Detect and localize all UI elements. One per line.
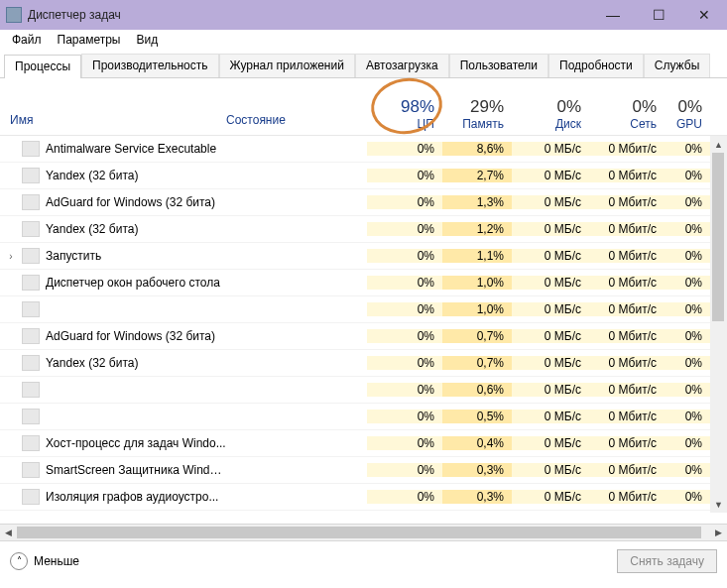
cell-mem: 1,3%	[442, 195, 512, 209]
process-icon	[22, 301, 40, 317]
table-row[interactable]: Хост-процесс для задач Windo...0%0,4%0 М…	[0, 430, 727, 457]
cell-cpu: 0%	[367, 276, 442, 290]
scroll-down-icon[interactable]: ▼	[710, 496, 727, 513]
menu-file[interactable]: Файл	[4, 31, 50, 49]
process-icon	[22, 328, 40, 344]
table-row[interactable]: Yandex (32 бита)0%1,2%0 МБ/с0 Мбит/с0%	[0, 216, 727, 243]
header-memory[interactable]: 29% Память	[442, 98, 512, 135]
header-status[interactable]: Состояние	[226, 113, 367, 135]
cell-disk: 0 МБ/с	[512, 410, 589, 423]
tab-apphistory[interactable]: Журнал приложений	[219, 54, 355, 77]
table-row[interactable]: 0%1,0%0 МБ/с0 Мбит/с0%	[0, 296, 727, 323]
window-title: Диспетчер задач	[28, 8, 590, 22]
expand-icon[interactable]: ›	[0, 251, 22, 262]
process-name: AdGuard for Windows (32 бита)	[46, 195, 226, 209]
tab-details[interactable]: Подробности	[548, 54, 644, 77]
cell-disk: 0 МБ/с	[512, 276, 589, 290]
cell-net: 0 Мбит/с	[589, 169, 665, 182]
cell-mem: 1,1%	[442, 249, 512, 263]
menu-view[interactable]: Вид	[128, 31, 166, 49]
cell-disk: 0 МБ/с	[512, 169, 589, 182]
end-task-button[interactable]: Снять задачу	[617, 549, 717, 573]
cell-net: 0 Мбит/с	[589, 490, 665, 504]
table-row[interactable]: 0%0,5%0 МБ/с0 Мбит/с0%	[0, 404, 727, 430]
process-name: Диспетчер окон рабочего стола	[46, 276, 226, 290]
tab-users[interactable]: Пользователи	[449, 54, 548, 77]
mem-label: Память	[462, 117, 504, 131]
tab-startup[interactable]: Автозагрузка	[355, 54, 449, 77]
cell-gpu: 0%	[665, 195, 710, 209]
scroll-up-icon[interactable]: ▲	[710, 136, 727, 153]
cell-cpu: 0%	[367, 195, 442, 209]
cell-cpu: 0%	[367, 302, 442, 316]
cpu-label: ЦП	[417, 117, 434, 131]
process-icon	[22, 194, 40, 210]
cell-net: 0 Мбит/с	[589, 276, 665, 290]
cell-mem: 0,7%	[442, 329, 512, 343]
cell-disk: 0 МБ/с	[512, 436, 589, 450]
menu-options[interactable]: Параметры	[50, 31, 129, 49]
cell-net: 0 Мбит/с	[589, 329, 665, 343]
mem-percent: 29%	[470, 98, 504, 117]
cell-cpu: 0%	[367, 142, 442, 156]
table-row[interactable]: Yandex (32 бита)0%2,7%0 МБ/с0 Мбит/с0%	[0, 163, 727, 189]
header-name[interactable]: Имя	[0, 113, 226, 135]
process-name: Изоляция графов аудиоустро...	[46, 490, 226, 504]
table-row[interactable]: Изоляция графов аудиоустро...0%0,3%0 МБ/…	[0, 484, 727, 511]
cell-mem: 1,2%	[442, 222, 512, 236]
minimize-button[interactable]: —	[590, 0, 636, 30]
header-gpu[interactable]: 0% GPU	[665, 98, 710, 135]
horizontal-scrollbar[interactable]: ◀ ▶	[0, 524, 727, 540]
process-name: Yandex (32 бита)	[46, 169, 226, 182]
header-disk[interactable]: 0% Диск	[512, 98, 589, 135]
cell-cpu: 0%	[367, 490, 442, 504]
fewer-details-button[interactable]: ˄ Меньше	[10, 552, 79, 570]
cell-mem: 1,0%	[442, 302, 512, 316]
table-row[interactable]: ›Запустить0%1,1%0 МБ/с0 Мбит/с0%	[0, 243, 727, 270]
cell-net: 0 Мбит/с	[589, 302, 665, 316]
table-row[interactable]: Диспетчер окон рабочего стола0%1,0%0 МБ/…	[0, 270, 727, 296]
cell-cpu: 0%	[367, 169, 442, 182]
column-headers: Имя Состояние 98% ЦП 29% Память 0% Диск …	[0, 78, 727, 136]
maximize-button[interactable]: ☐	[636, 0, 681, 30]
scroll-left-icon[interactable]: ◀	[0, 525, 17, 540]
tab-performance[interactable]: Производительность	[81, 54, 218, 77]
cell-gpu: 0%	[665, 383, 710, 397]
header-cpu[interactable]: 98% ЦП	[367, 98, 442, 135]
footer: ˄ Меньше Снять задачу	[0, 540, 727, 580]
cell-disk: 0 МБ/с	[512, 329, 589, 343]
titlebar[interactable]: Диспетчер задач — ☐ ✕	[0, 0, 727, 30]
tabs: Процессы Производительность Журнал прило…	[0, 50, 727, 78]
cell-mem: 0,3%	[442, 463, 512, 477]
cell-mem: 2,7%	[442, 169, 512, 182]
table-row[interactable]: Antimalware Service Executable0%8,6%0 МБ…	[0, 136, 727, 163]
tab-services[interactable]: Службы	[644, 54, 710, 77]
cell-gpu: 0%	[665, 329, 710, 343]
close-button[interactable]: ✕	[681, 0, 727, 30]
scroll-right-icon[interactable]: ▶	[710, 525, 727, 540]
tab-processes[interactable]: Процессы	[4, 55, 81, 78]
vertical-scrollbar[interactable]: ▲ ▼	[710, 136, 727, 513]
scroll-thumb[interactable]	[712, 153, 724, 321]
cell-net: 0 Мбит/с	[589, 222, 665, 236]
cell-net: 0 Мбит/с	[589, 249, 665, 263]
table-row[interactable]: Yandex (32 бита)0%0,7%0 МБ/с0 Мбит/с0%	[0, 350, 727, 377]
table-row[interactable]: AdGuard for Windows (32 бита)0%0,7%0 МБ/…	[0, 323, 727, 350]
cell-mem: 1,0%	[442, 276, 512, 290]
table-row[interactable]: 0%0,6%0 МБ/с0 Мбит/с0%	[0, 377, 727, 404]
cell-disk: 0 МБ/с	[512, 195, 589, 209]
table-row[interactable]: AdGuard for Windows (32 бита)0%1,3%0 МБ/…	[0, 189, 727, 216]
table-row[interactable]: SmartScreen Защитника Windo...0%0,3%0 МБ…	[0, 457, 727, 484]
cell-cpu: 0%	[367, 356, 442, 370]
process-icon	[22, 221, 40, 237]
process-icon	[22, 168, 40, 183]
process-name: Antimalware Service Executable	[46, 142, 226, 156]
cell-gpu: 0%	[665, 222, 710, 236]
cell-cpu: 0%	[367, 410, 442, 423]
cell-disk: 0 МБ/с	[512, 383, 589, 397]
process-icon	[22, 382, 40, 398]
hscroll-thumb[interactable]	[17, 527, 701, 538]
cell-gpu: 0%	[665, 302, 710, 316]
header-network[interactable]: 0% Сеть	[589, 98, 665, 135]
process-icon	[22, 489, 40, 505]
